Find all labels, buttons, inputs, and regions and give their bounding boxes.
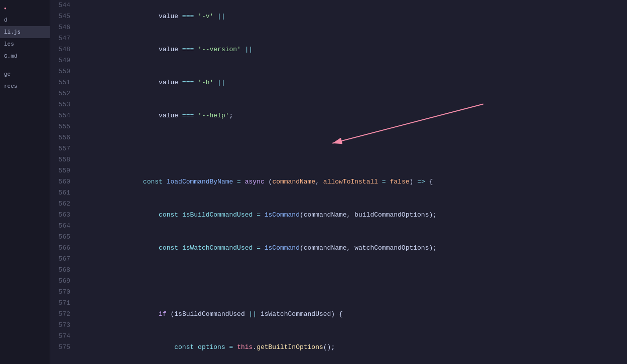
sidebar-item-ge[interactable]: ge [0,68,50,80]
code-line-548 [80,132,627,165]
code-line-547: value === '--help'; [80,99,627,132]
sidebar-item-0[interactable] [0,2,50,14]
sidebar-item-les[interactable]: les [0,38,50,50]
sidebar-item-empty [0,62,50,68]
sidebar: d li.js les G.md ge rces [0,0,50,364]
code-line-551: const isWatchCommandUsed = isCommand(com… [80,232,627,265]
code-line-549: const loadCommandByName = async (command… [80,165,627,199]
code-line-545: value === '--version' || [80,33,627,66]
sidebar-item-lijs[interactable]: li.js [0,26,50,38]
code-line-550: const isBuildCommandUsed = isCommand(com… [80,199,627,232]
line-numbers: 544 545 546 547 548 549 550 551 552 553 … [50,0,76,364]
code-line-553: if (isBuildCommandUsed || isWatchCommand… [80,298,627,331]
sidebar-item-gmd[interactable]: G.md [0,50,50,62]
editor-area: 544 545 546 547 548 549 550 551 552 553 … [50,0,627,364]
code-lines: value === '-v' || value === '--version' … [76,0,627,364]
code-line-552 [80,265,627,298]
code-line-546: value === '-h' || [80,66,627,99]
code-container: 544 545 546 547 548 549 550 551 552 553 … [50,0,627,364]
sidebar-item-d[interactable]: d [0,14,50,26]
code-line-554: const options = this.getBuiltInOptions()… [80,331,627,364]
sidebar-item-rces[interactable]: rces [0,80,50,92]
code-line-544: value === '-v' || [80,0,627,33]
